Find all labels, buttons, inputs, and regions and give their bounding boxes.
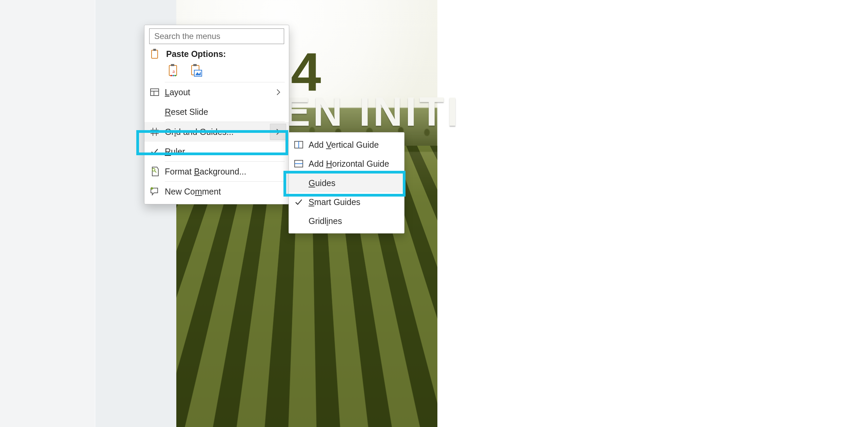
menu-search-placeholder: Search the menus <box>154 32 220 41</box>
svg-rect-7 <box>175 75 176 76</box>
grid-icon <box>144 127 165 136</box>
svg-rect-5 <box>171 75 172 76</box>
page-background-right <box>436 0 868 427</box>
check-icon <box>144 148 165 155</box>
paste-picture-button[interactable] <box>190 64 203 77</box>
slide-title-fragment: EN INITI <box>283 88 461 135</box>
submenu-item-smart-guides[interactable]: Smart Guides <box>289 192 404 211</box>
chevron-right-icon <box>271 84 286 100</box>
context-menu: Search the menus Paste Options: a <box>144 25 289 204</box>
menu-item-ruler[interactable]: Ruler <box>144 142 289 161</box>
menu-label-layout: Layout <box>165 87 271 97</box>
svg-rect-6 <box>173 75 174 76</box>
paste-options-header: Paste Options: <box>144 47 289 62</box>
app-background-left <box>0 0 95 427</box>
vertical-guide-icon <box>289 141 309 148</box>
check-icon <box>289 199 309 205</box>
svg-text:a: a <box>173 68 175 74</box>
comment-icon <box>144 187 165 196</box>
submenu-label-guides: Guides <box>309 178 335 188</box>
layout-icon <box>144 88 165 96</box>
submenu-label-add-horizontal: Add Horizontal Guide <box>309 159 389 169</box>
paste-keep-source-button[interactable]: a <box>167 64 181 77</box>
submenu-item-guides[interactable]: Guides <box>289 174 404 192</box>
submenu-label-add-vertical: Add Vertical Guide <box>309 140 379 150</box>
menu-search-input[interactable]: Search the menus <box>149 28 284 44</box>
svg-rect-1 <box>153 49 156 51</box>
menu-label-reset-slide: Reset Slide <box>165 107 286 117</box>
grid-guides-submenu: Add Vertical Guide Add Horizontal Guide … <box>289 132 405 233</box>
menu-item-new-comment[interactable]: New Comment <box>144 182 289 201</box>
paste-options-label: Paste Options: <box>166 49 226 59</box>
submenu-item-add-horizontal[interactable]: Add Horizontal Guide <box>289 154 404 173</box>
submenu-item-add-vertical[interactable]: Add Vertical Guide <box>289 135 404 154</box>
submenu-label-gridlines: Gridlines <box>309 216 342 226</box>
divider-line <box>95 0 95 427</box>
chevron-right-icon <box>270 124 286 140</box>
svg-point-19 <box>152 168 155 171</box>
menu-item-format-background[interactable]: Format Background... <box>144 162 289 181</box>
menu-item-grid-guides[interactable]: Grid and Guides... <box>144 122 289 142</box>
menu-label-ruler: Ruler <box>165 147 286 157</box>
svg-line-20 <box>155 171 156 172</box>
menu-label-grid-guides: Grid and Guides... <box>165 127 270 137</box>
paste-options-row: a <box>144 62 289 82</box>
svg-rect-3 <box>171 64 174 66</box>
submenu-item-gridlines[interactable]: Gridlines <box>289 211 404 230</box>
svg-rect-12 <box>151 89 159 96</box>
clipboard-icon <box>151 49 166 59</box>
svg-rect-0 <box>152 50 158 58</box>
svg-rect-9 <box>193 64 197 66</box>
menu-item-layout[interactable]: Layout <box>144 82 289 102</box>
submenu-label-smart-guides: Smart Guides <box>309 197 360 207</box>
horizontal-guide-icon <box>289 160 309 167</box>
format-background-icon <box>144 166 165 177</box>
menu-item-reset-slide[interactable]: Reset Slide <box>144 102 289 122</box>
menu-label-new-comment: New Comment <box>165 187 286 197</box>
menu-label-format-background: Format Background... <box>165 167 286 177</box>
